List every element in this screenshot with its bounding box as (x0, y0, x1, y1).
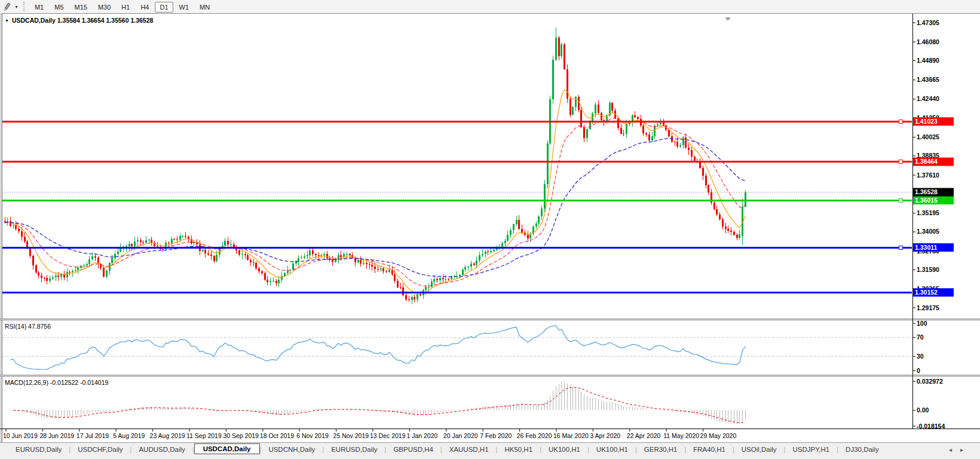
timeframe-d1[interactable]: D1 (155, 2, 173, 13)
level-marker[interactable] (899, 160, 902, 164)
timeframe-w1[interactable]: W1 (174, 2, 194, 13)
tab-usoil-daily[interactable]: USOil,Daily (734, 445, 784, 454)
chart-menu-icon[interactable]: ▼ (5, 19, 9, 23)
timeframe-mn[interactable]: MN (195, 2, 215, 13)
svg-text:1.38464: 1.38464 (915, 158, 938, 165)
svg-text:1.35195: 1.35195 (917, 209, 939, 216)
toolbar-grip[interactable] (23, 2, 24, 11)
svg-text:11 May 2020: 11 May 2020 (663, 432, 699, 439)
tab-usdjpy-h1[interactable]: USDJPY,H1 (785, 445, 837, 454)
tab-scroll-arrows[interactable]: ◂▸ (949, 446, 972, 453)
svg-text:0.00: 0.00 (917, 406, 929, 414)
timeframe-buttons: M1M5M15M30H1H4D1W1MN (29, 1, 215, 13)
svg-text:10 Jun 2019: 10 Jun 2019 (3, 432, 38, 439)
tab-xauusd-h1[interactable]: XAUUSD,H1 (442, 445, 496, 454)
level-marker[interactable] (899, 198, 902, 202)
rsi-indicator-label: RSI(14) 47.8756 (5, 323, 51, 330)
tab-eurusd-daily[interactable]: EURUSD,Daily (324, 445, 384, 454)
tab-usdcnh-daily[interactable]: USDCNH,Daily (261, 445, 322, 454)
svg-text:1.43665: 1.43665 (917, 76, 939, 83)
tab-uk100-h1[interactable]: UK100,H1 (541, 445, 587, 454)
macd-indicator-label: MACD(12,26,9) -0.012522 -0.014019 (5, 379, 108, 386)
svg-text:1.41023: 1.41023 (915, 118, 938, 125)
svg-text:22 Apr 2020: 22 Apr 2020 (627, 432, 661, 439)
svg-text:16 Mar 2020: 16 Mar 2020 (553, 432, 589, 439)
timeframe-h4[interactable]: H4 (136, 2, 154, 13)
tab-usdcad-daily[interactable]: USDCAD,Daily (194, 443, 260, 454)
level-marker[interactable] (899, 120, 902, 123)
tab-usdchf-daily[interactable]: USDCHF,Daily (71, 445, 130, 454)
chart-title: ▼USDCAD,Daily 1.35584 1.36654 1.35560 1.… (5, 17, 153, 24)
svg-text:30: 30 (917, 353, 924, 360)
tab-audusd-daily[interactable]: AUDUSD,Daily (131, 445, 192, 454)
svg-text:1.30152: 1.30152 (915, 289, 938, 296)
svg-text:28 Jun 2019: 28 Jun 2019 (39, 432, 74, 439)
svg-text:1.42440: 1.42440 (917, 95, 939, 102)
dropdown-caret-icon[interactable]: ▼ (14, 5, 19, 9)
svg-text:25 Nov 2019: 25 Nov 2019 (333, 432, 369, 439)
svg-text:18 Oct 2019: 18 Oct 2019 (260, 432, 294, 439)
timeframe-m30[interactable]: M30 (93, 2, 115, 13)
tab-eurusd-daily[interactable]: EURUSD,Daily (8, 445, 69, 454)
svg-text:13 Dec 2019: 13 Dec 2019 (370, 432, 406, 439)
svg-text:1.37610: 1.37610 (917, 172, 939, 179)
svg-text:1.40025: 1.40025 (917, 133, 939, 140)
timeframe-toolbar: ▼ M1M5M15M30H1H4D1W1MN (0, 0, 980, 14)
svg-text:1.34005: 1.34005 (917, 228, 939, 235)
svg-text:0.032972: 0.032972 (917, 378, 943, 385)
cursor-tool-icon[interactable] (1, 1, 14, 12)
svg-text:100: 100 (917, 320, 927, 327)
svg-text:3 Apr 2020: 3 Apr 2020 (590, 432, 620, 439)
tab-fra40-h1[interactable]: FRA40,H1 (686, 445, 733, 454)
svg-text:1.33011: 1.33011 (915, 244, 938, 251)
level-marker[interactable] (899, 246, 902, 249)
svg-text:0: 0 (917, 367, 920, 374)
timeframe-m5[interactable]: M5 (50, 2, 68, 13)
svg-text:1.31590: 1.31590 (917, 266, 939, 273)
tab-dj30-daily[interactable]: DJ30,Daily (838, 445, 886, 454)
tab-hk50-h1[interactable]: HK50,H1 (497, 445, 540, 454)
svg-text:1.46080: 1.46080 (917, 38, 939, 45)
svg-text:6 Nov 2019: 6 Nov 2019 (296, 432, 329, 439)
chart-title-text: USDCAD,Daily 1.35584 1.36654 1.35560 1.3… (12, 17, 153, 24)
svg-text:7 Feb 2020: 7 Feb 2020 (480, 432, 512, 439)
timeframe-m15[interactable]: M15 (70, 2, 92, 13)
svg-text:29 May 2020: 29 May 2020 (700, 432, 737, 439)
mt4-window: ▼ M1M5M15M30H1H4D1W1MN 1.473051.460801.4… (0, 0, 980, 459)
svg-text:23 Aug 2019: 23 Aug 2019 (150, 432, 185, 439)
svg-text:1.44890: 1.44890 (917, 57, 939, 64)
svg-text:1.47305: 1.47305 (917, 19, 939, 26)
svg-text:1.36528: 1.36528 (915, 188, 938, 195)
svg-text:30 Sep 2019: 30 Sep 2019 (223, 432, 259, 439)
tab-uk100-h1[interactable]: UK100,H1 (589, 445, 635, 454)
svg-text:1 Jan 2020: 1 Jan 2020 (406, 432, 437, 439)
tab-ger30-h1[interactable]: GER30,H1 (637, 445, 685, 454)
chart-tab-bar: EURUSD,Daily|USDCHF,Daily|AUDUSD,Daily|U… (0, 442, 980, 459)
svg-text:-0.018154: -0.018154 (917, 423, 945, 430)
svg-text:20 Jan 2020: 20 Jan 2020 (443, 432, 478, 439)
timeframe-h1[interactable]: H1 (117, 2, 134, 13)
svg-text:70: 70 (917, 333, 924, 341)
svg-text:5 Aug 2019: 5 Aug 2019 (113, 432, 145, 439)
svg-text:1.29175: 1.29175 (917, 304, 939, 311)
svg-text:11 Sep 2019: 11 Sep 2019 (186, 432, 222, 439)
timeframe-m1[interactable]: M1 (30, 2, 48, 13)
tab-gbpusd-h4[interactable]: GBPUSD,H4 (386, 445, 440, 454)
svg-text:17 Jul 2019: 17 Jul 2019 (76, 432, 109, 439)
chart-canvas[interactable]: 1.473051.460801.448901.436651.424401.412… (0, 13, 980, 442)
svg-text:26 Feb 2020: 26 Feb 2020 (517, 432, 552, 439)
svg-text:1.36015: 1.36015 (915, 197, 938, 204)
